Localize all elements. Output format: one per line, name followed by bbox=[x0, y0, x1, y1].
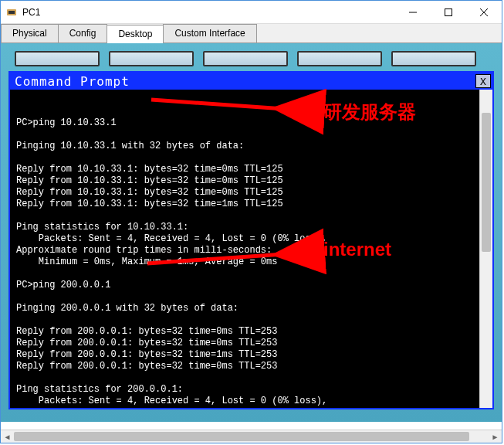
desktop-area: Command Prompt X PC>ping 10.10.33.1 Ping… bbox=[1, 43, 502, 422]
terminal-line bbox=[16, 210, 486, 222]
app-icon bbox=[5, 6, 18, 19]
desktop-app-icon[interactable] bbox=[109, 51, 194, 66]
terminal-line: Reply from 200.0.0.1: bytes=32 time=0ms … bbox=[16, 361, 486, 372]
horizontal-scrollbar[interactable]: ◄ ► bbox=[1, 430, 502, 443]
command-prompt-titlebar: Command Prompt X bbox=[10, 73, 492, 90]
terminal-line: Reply from 200.0.0.1: bytes=32 time=1ms … bbox=[16, 349, 486, 361]
vertical-scrollbar[interactable] bbox=[479, 90, 492, 408]
maximize-button[interactable] bbox=[431, 1, 466, 24]
terminal-line: Approximate round trip times in milli-se… bbox=[16, 245, 486, 256]
terminal-line: Reply from 10.10.33.1: bytes=32 time=0ms… bbox=[16, 164, 486, 175]
desktop-app-icon[interactable] bbox=[297, 51, 382, 66]
terminal-line bbox=[16, 129, 486, 141]
desktop-app-icon[interactable] bbox=[203, 51, 288, 66]
tab-desktop[interactable]: Desktop bbox=[107, 25, 164, 43]
desktop-app-icon[interactable] bbox=[391, 51, 476, 66]
terminal-line bbox=[16, 152, 486, 164]
minimize-button[interactable] bbox=[395, 1, 431, 24]
terminal-line: Reply from 200.0.0.1: bytes=32 time=0ms … bbox=[16, 326, 486, 338]
terminal-line: PC>ping 10.10.33.1 bbox=[16, 117, 486, 129]
scrollbar-thumb[interactable] bbox=[14, 432, 469, 441]
terminal-line: Minimum = 0ms, Maximum = 1ms, Average = … bbox=[16, 256, 486, 268]
desktop-icon-row bbox=[8, 49, 494, 71]
svg-rect-1 bbox=[8, 11, 15, 14]
svg-rect-3 bbox=[445, 8, 452, 15]
terminal-line bbox=[16, 268, 486, 280]
tab-custom[interactable]: Custom Interface bbox=[163, 24, 256, 42]
close-button[interactable] bbox=[466, 1, 502, 24]
scroll-right-arrow-icon[interactable]: ► bbox=[489, 430, 502, 443]
desktop-app-icon[interactable] bbox=[15, 51, 100, 66]
terminal-line bbox=[16, 372, 486, 384]
terminal-line: Approximate round trip times in milli-se… bbox=[16, 407, 486, 408]
window-controls bbox=[395, 1, 502, 24]
scrollbar-thumb[interactable] bbox=[482, 113, 491, 252]
command-prompt-body[interactable]: PC>ping 10.10.33.1 Pinging 10.10.33.1 wi… bbox=[10, 90, 492, 408]
terminal-line: Ping statistics for 10.10.33.1: bbox=[16, 222, 486, 233]
terminal-line: Reply from 10.10.33.1: bytes=32 time=0ms… bbox=[16, 175, 486, 187]
command-prompt-title: Command Prompt bbox=[10, 74, 475, 89]
scroll-left-arrow-icon[interactable]: ◄ bbox=[1, 430, 14, 443]
command-prompt-close-button[interactable]: X bbox=[475, 74, 491, 88]
terminal-line bbox=[16, 291, 486, 303]
app-window: PC1 Physical Config Desktop Custom Inter… bbox=[0, 0, 502, 443]
terminal-line: Pinging 10.10.33.1 with 32 bytes of data… bbox=[16, 141, 486, 152]
titlebar: PC1 bbox=[1, 1, 502, 24]
close-icon bbox=[480, 8, 488, 16]
terminal-line: PC>ping 200.0.0.1 bbox=[16, 280, 486, 291]
maximize-icon bbox=[445, 8, 452, 16]
terminal-line: Reply from 10.10.33.1: bytes=32 time=0ms… bbox=[16, 187, 486, 199]
terminal-line: Ping statistics for 200.0.0.1: bbox=[16, 384, 486, 396]
terminal-line: Packets: Sent = 4, Received = 4, Lost = … bbox=[16, 233, 486, 245]
command-prompt-window: Command Prompt X PC>ping 10.10.33.1 Ping… bbox=[8, 71, 494, 409]
tab-bar: Physical Config Desktop Custom Interface bbox=[1, 24, 502, 43]
terminal-line: Pinging 200.0.0.1 with 32 bytes of data: bbox=[16, 303, 486, 314]
terminal-line: Reply from 10.10.33.1: bytes=32 time=1ms… bbox=[16, 199, 486, 210]
window-title: PC1 bbox=[22, 7, 395, 18]
terminal-line bbox=[16, 314, 486, 326]
tab-config[interactable]: Config bbox=[58, 24, 108, 42]
minimize-icon bbox=[409, 8, 417, 16]
tab-physical[interactable]: Physical bbox=[1, 24, 59, 42]
terminal-line: Packets: Sent = 4, Received = 4, Lost = … bbox=[16, 396, 486, 407]
terminal-line: Reply from 200.0.0.1: bytes=32 time=0ms … bbox=[16, 338, 486, 349]
scrollbar-track[interactable] bbox=[14, 430, 489, 443]
